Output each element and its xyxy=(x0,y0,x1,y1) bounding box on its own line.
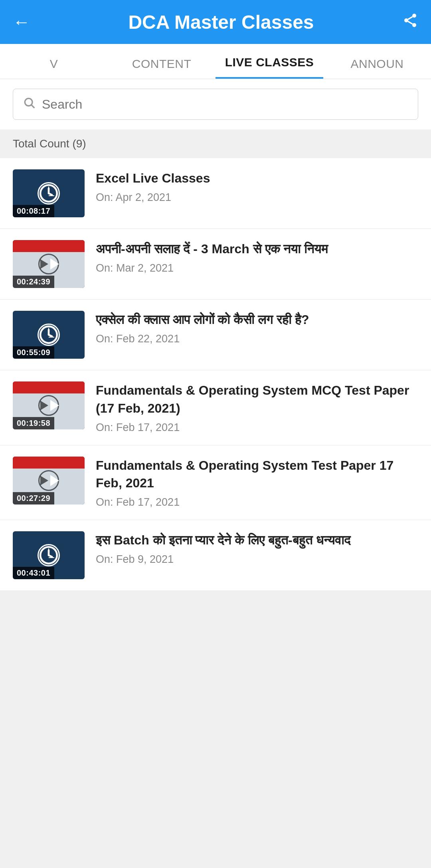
tab-content[interactable]: CONTENT xyxy=(108,57,216,79)
share-button[interactable] xyxy=(402,12,418,32)
item-date: On: Feb 9, 2021 xyxy=(96,553,418,566)
video-thumbnail: 00:19:58 xyxy=(13,381,85,429)
item-title: अपनी-अपनी सलाह दें - 3 March से एक नया न… xyxy=(96,240,418,258)
item-content: Excel Live Classes On: Apr 2, 2021 xyxy=(96,169,418,204)
total-count: Total Count (9) xyxy=(0,129,431,158)
item-date: On: Feb 22, 2021 xyxy=(96,333,418,345)
svg-point-0 xyxy=(412,14,416,18)
svg-point-2 xyxy=(412,23,416,27)
tab-bar: V CONTENT LIVE CLASSES ANNOUN xyxy=(0,44,431,79)
duration-badge: 00:24:39 xyxy=(13,276,54,288)
svg-line-12 xyxy=(49,335,52,336)
svg-line-3 xyxy=(408,21,412,24)
duration-badge: 00:19:58 xyxy=(13,417,54,429)
search-icon xyxy=(23,96,36,112)
header: ← DCA Master Classes xyxy=(0,0,431,44)
list-item[interactable]: 00:19:58 Fundamentals & Operating System… xyxy=(0,370,431,445)
svg-line-15 xyxy=(49,555,52,557)
video-thumbnail: 00:08:17 xyxy=(13,169,85,217)
search-container[interactable] xyxy=(13,89,418,120)
svg-line-9 xyxy=(49,193,52,195)
list-item[interactable]: 00:43:01 इस Batch को इतना प्यार देने के … xyxy=(0,520,431,590)
list-item[interactable]: 00:24:39 अपनी-अपनी सलाह दें - 3 March से… xyxy=(0,229,431,300)
duration-badge: 00:27:29 xyxy=(13,492,54,505)
tab-overview[interactable]: V xyxy=(0,57,108,79)
list-item[interactable]: 00:27:29 Fundamentals & Operating System… xyxy=(0,445,431,520)
video-thumbnail: 00:43:01 xyxy=(13,531,85,579)
tab-announcements[interactable]: ANNOUN xyxy=(323,57,431,79)
video-thumbnail: 00:55:09 xyxy=(13,311,85,359)
item-content: Fundamentals & Operating System MCQ Test… xyxy=(96,381,418,434)
item-date: On: Feb 17, 2021 xyxy=(96,496,418,508)
item-content: Fundamentals & Operating System Test Pap… xyxy=(96,457,418,509)
item-content: एक्सेल की क्लास आप लोगों को कैसी लग रही … xyxy=(96,311,418,345)
item-title: एक्सेल की क्लास आप लोगों को कैसी लग रही … xyxy=(96,311,418,329)
list-item[interactable]: 00:55:09 एक्सेल की क्लास आप लोगों को कैस… xyxy=(0,300,431,370)
video-list: 00:08:17 Excel Live Classes On: Apr 2, 2… xyxy=(0,158,431,590)
page-title: DCA Master Classes xyxy=(40,11,402,33)
item-title: Fundamentals & Operating System MCQ Test… xyxy=(96,381,418,417)
tab-live-classes[interactable]: LIVE CLASSES xyxy=(216,56,323,79)
duration-badge: 00:08:17 xyxy=(13,205,54,217)
item-title: इस Batch को इतना प्यार देने के लिए बहुत-… xyxy=(96,531,418,549)
item-date: On: Feb 17, 2021 xyxy=(96,421,418,434)
list-item[interactable]: 00:08:17 Excel Live Classes On: Apr 2, 2… xyxy=(0,158,431,229)
svg-line-6 xyxy=(32,105,34,108)
video-thumbnail: 00:27:29 xyxy=(13,457,85,505)
svg-point-1 xyxy=(404,18,408,22)
item-title: Excel Live Classes xyxy=(96,169,418,187)
search-input[interactable] xyxy=(42,97,408,112)
video-thumbnail: 00:24:39 xyxy=(13,240,85,288)
back-button[interactable]: ← xyxy=(13,13,30,31)
item-content: अपनी-अपनी सलाह दें - 3 March से एक नया न… xyxy=(96,240,418,274)
item-date: On: Apr 2, 2021 xyxy=(96,191,418,204)
item-content: इस Batch को इतना प्यार देने के लिए बहुत-… xyxy=(96,531,418,566)
search-bar xyxy=(0,79,431,129)
duration-badge: 00:55:09 xyxy=(13,346,54,359)
duration-badge: 00:43:01 xyxy=(13,567,54,579)
svg-line-4 xyxy=(408,16,412,19)
item-date: On: Mar 2, 2021 xyxy=(96,262,418,274)
svg-point-5 xyxy=(25,98,32,106)
item-title: Fundamentals & Operating System Test Pap… xyxy=(96,457,418,493)
